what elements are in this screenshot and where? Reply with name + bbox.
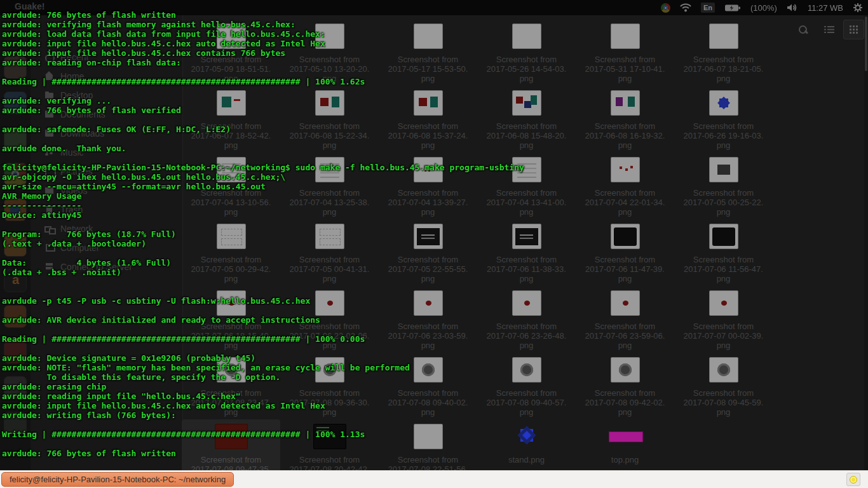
search-icon <box>798 25 808 35</box>
desktop-screen: RecentHomeDesktopDocumentsDownloadsMusic… <box>0 0 868 488</box>
wifi-icon[interactable] <box>680 3 691 12</box>
battery-icon[interactable] <box>724 4 741 12</box>
file-item[interactable]: Screenshot from2017-06-07 18-21-05.png <box>674 19 773 86</box>
panel-indicators: En (100%) 11:27 WB <box>661 0 863 15</box>
file-item[interactable]: Screenshot from2017-07-05 00-25-22.png <box>674 152 773 219</box>
file-name: Screenshot from2017-07-06 11-56-47.png <box>684 255 763 283</box>
notification-dot-icon <box>850 476 857 484</box>
scrollbar[interactable] <box>864 15 868 470</box>
file-name: Screenshot from2017-07-08 09-45-59.png <box>684 388 764 417</box>
file-thumbnail <box>611 157 640 182</box>
file-name: Screenshot from2017-07-04 22-01-34.png <box>585 188 665 217</box>
file-thumbnail <box>611 224 640 249</box>
file-thumbnail <box>709 90 738 116</box>
file-item[interactable]: Screenshot from2017-07-06 11-56-47.png <box>674 219 773 286</box>
file-item[interactable]: Screenshot from2017-07-04 22-01-34.png <box>576 152 674 219</box>
file-thumbnail <box>709 24 738 49</box>
file-name: top.png <box>611 455 639 464</box>
file-name: Screenshot from2017-07-06 11-47-39.png <box>585 255 665 283</box>
file-thumbnail <box>611 24 640 49</box>
tab-bar-button[interactable] <box>846 473 860 486</box>
session-gear-icon[interactable] <box>853 3 863 13</box>
terminal-output[interactable]: avrdude: 766 bytes of flash written avrd… <box>2 10 524 458</box>
grid-view-button[interactable] <box>843 20 864 39</box>
file-name: Screenshot from2017-06-26 19-16-03.png <box>684 121 764 150</box>
file-thumbnail <box>611 90 640 116</box>
file-thumbnail <box>709 157 738 182</box>
file-name: Screenshot from2017-07-05 00-25-22.png <box>684 188 764 217</box>
scrollbar-thumb[interactable] <box>865 17 867 71</box>
file-item[interactable]: Screenshot from2017-07-08 09-45-59.png <box>674 353 773 419</box>
battery-percent: (100%) <box>750 3 777 13</box>
volume-icon[interactable] <box>787 3 798 12</box>
file-name: Screenshot from2017-07-07 00-02-39.png <box>684 322 764 350</box>
file-item[interactable]: Screenshot from2017-05-31 17-10-41.png <box>576 19 674 86</box>
file-item[interactable]: Screenshot from2017-07-06 23-59-06.png <box>576 286 674 353</box>
file-item[interactable]: Screenshot from2017-06-08 16-19-32.png <box>576 86 674 152</box>
file-item[interactable]: Screenshot from2017-06-26 19-16-03.png <box>674 86 773 152</box>
list-view-icon <box>824 26 834 34</box>
file-item[interactable]: Screenshot from2017-07-08 09-42-02.png <box>576 353 674 419</box>
file-name: Screenshot from2017-06-08 16-19-32.png <box>585 121 665 150</box>
terminal-tab[interactable]: felicity@felicity-HP-Pavilion-15-Noteboo… <box>1 472 234 487</box>
search-button[interactable] <box>792 20 813 39</box>
grid-view-icon <box>850 25 858 34</box>
file-thumbnail <box>709 224 738 249</box>
file-name: Screenshot from2017-05-31 17-10-41.png <box>585 55 665 83</box>
list-view-button[interactable] <box>818 20 839 39</box>
file-thumbnail <box>611 290 640 316</box>
file-thumbnail <box>607 424 643 449</box>
file-thumbnail <box>709 357 738 383</box>
file-name: Screenshot from2017-07-06 23-59-06.png <box>585 322 665 350</box>
file-name: Screenshot from2017-06-07 18-21-05.png <box>684 55 764 83</box>
guake-tab-bar: felicity@felicity-HP-Pavilion-15-Noteboo… <box>0 470 868 488</box>
file-thumbnail <box>611 357 640 383</box>
chrome-icon[interactable] <box>661 3 670 13</box>
file-item[interactable]: Screenshot from2017-07-06 11-47-39.png <box>576 219 674 286</box>
file-thumbnail <box>709 290 738 316</box>
clock[interactable]: 11:27 WB <box>808 3 843 13</box>
file-name: Screenshot from2017-07-08 09-42-02.png <box>585 388 665 417</box>
keyboard-layout-indicator[interactable]: En <box>701 3 715 13</box>
file-item[interactable]: Screenshot from2017-07-07 00-02-39.png <box>674 286 773 353</box>
